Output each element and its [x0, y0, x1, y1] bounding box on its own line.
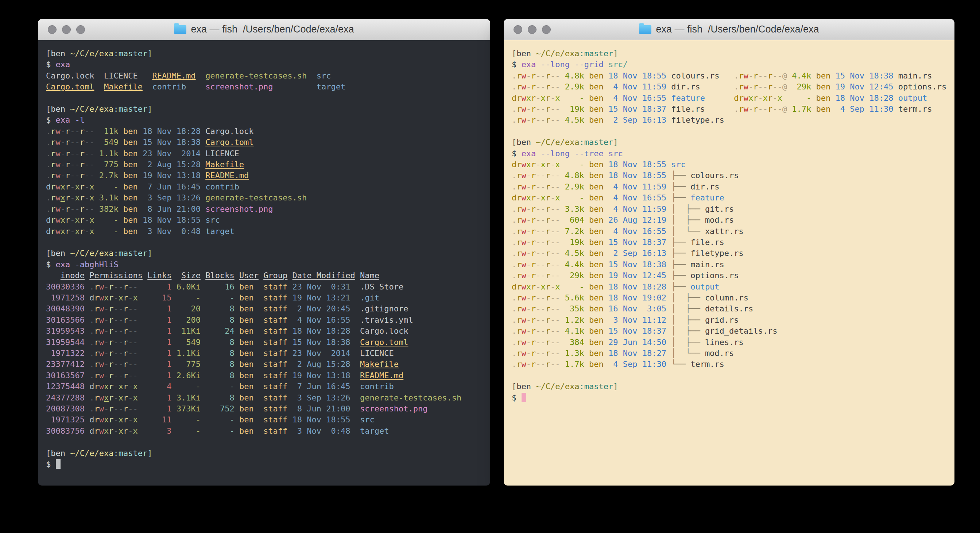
seg-sz: 4.5k: [560, 115, 584, 124]
seg-bld: Makefile: [104, 82, 143, 91]
seg-t: [84, 293, 89, 302]
perm-char: r: [123, 371, 128, 380]
perm-char: r: [517, 171, 521, 180]
seg-sz: 20: [172, 304, 200, 313]
perm-char: r: [739, 71, 744, 80]
seg-t: filetype.rs: [690, 249, 744, 258]
seg-pb: $: [512, 60, 522, 69]
seg-tree: │ ├──: [671, 304, 705, 313]
perm-char: w: [744, 104, 748, 113]
perm-char: r: [531, 326, 536, 335]
terminal-line: .rw-r--r-- 3.3k ben 4 Nov 11:59 │ ├── gi…: [512, 204, 955, 215]
seg-sz: 6.0Ki: [172, 282, 200, 291]
perm-char: w: [522, 349, 526, 358]
seg-usr: staff: [254, 304, 288, 313]
seg-pb: $: [46, 260, 56, 269]
seg-sz: 604: [560, 215, 584, 225]
seg-t: git.rs: [705, 204, 734, 214]
seg-usr: ben: [234, 371, 254, 380]
seg-usr: ben: [234, 404, 254, 413]
seg-usr: ben: [234, 293, 254, 302]
seg-img: screenshot.png: [205, 82, 273, 91]
terminal-line: [ben ~/C/e/exa:master]: [512, 48, 955, 59]
terminal-right[interactable]: [ben ~/C/e/exa:master]$ exa --long --gri…: [504, 40, 955, 485]
close-button[interactable]: [48, 25, 57, 34]
perm-char: -: [550, 227, 555, 236]
seg-ino: 12375448: [46, 382, 84, 391]
perm-char: x: [119, 415, 123, 424]
seg-usr: ben: [234, 326, 254, 335]
seg-sz: -: [560, 160, 584, 169]
perm-char: -: [778, 71, 782, 80]
close-button[interactable]: [514, 25, 522, 34]
perm-char: r: [546, 360, 550, 369]
minimize-button[interactable]: [62, 25, 71, 34]
seg-sz: 775: [172, 360, 200, 369]
perm-char: -: [550, 338, 555, 347]
zoom-button[interactable]: [76, 25, 85, 34]
seg-blk: 8: [200, 393, 234, 402]
seg-date: 19 Nov 13:18: [287, 371, 350, 380]
perm-char: -: [60, 160, 65, 169]
seg-ino: 20087308: [46, 404, 84, 413]
window-controls: [514, 25, 551, 34]
seg-img: screenshot.png: [205, 204, 273, 214]
perm-char: r: [65, 193, 70, 202]
perm-char: r: [531, 82, 536, 91]
perm-char: x: [75, 193, 80, 202]
perm-char: w: [56, 160, 60, 169]
seg-sz: -: [172, 293, 200, 302]
perm-char: .: [512, 115, 517, 124]
title-bar[interactable]: exa — fish /Users/ben/Code/exa/exa: [38, 19, 490, 40]
seg-sz: -: [782, 93, 811, 102]
seg-pc: :master]: [113, 49, 152, 58]
zoom-button[interactable]: [542, 25, 551, 34]
perm-char: r: [109, 293, 113, 302]
seg-date: 4 Sep 11:30: [830, 104, 893, 113]
perm-char: -: [550, 326, 555, 335]
seg-t: [667, 282, 671, 291]
seg-sz: 2.9k: [560, 82, 584, 91]
perm-char: w: [522, 193, 526, 202]
perm-char: r: [51, 138, 56, 147]
terminal-line: Cargo.lock LICENCE README.md generate-te…: [46, 70, 490, 81]
perm-char: -: [536, 104, 541, 113]
seg-ino: 31959544: [46, 338, 84, 347]
seg-pc: :master]: [579, 49, 618, 58]
perm-char: -: [128, 338, 133, 347]
seg-t: .gitignore: [350, 304, 409, 313]
terminal-line: .rw-r--r-- 11k ben 18 Nov 18:28 Cargo.lo…: [46, 126, 490, 137]
perm-char: -: [763, 82, 768, 91]
terminal-line: .rw-r--r-- 1.2k ben 3 Nov 11:12 │ ├── gr…: [512, 315, 955, 326]
perm-char: -: [758, 82, 763, 91]
minimize-button[interactable]: [528, 25, 536, 34]
perm-char: d: [734, 93, 738, 102]
perm-char: w: [56, 127, 60, 136]
perm-char: -: [541, 182, 546, 191]
seg-date: 18 Nov 18:55: [287, 415, 350, 424]
perm-char: -: [84, 227, 89, 236]
seg-usr: staff: [254, 349, 288, 358]
seg-hdr: Group: [263, 271, 287, 280]
terminal-line: .rw-r--r-- 29k ben 19 Nov 12:45 ├── opti…: [512, 270, 955, 281]
seg-sz: -: [172, 415, 200, 424]
terminal-left[interactable]: [ben ~/C/e/exa:master]$ exaCargo.lock LI…: [38, 40, 490, 485]
perm-char: r: [546, 204, 550, 214]
seg-sz: 382k: [94, 204, 119, 214]
seg-bld: Cargo.toml: [360, 338, 408, 347]
terminal-line: drwxr-xr-x - ben 7 Jun 16:45 contrib: [46, 182, 490, 192]
seg-hdr: Size: [181, 271, 200, 280]
terminal-line: .rw-r--r-- 775 ben 2 Aug 15:28 Makefile: [46, 159, 490, 170]
terminal-line: 20087308 .rw-r--r-- 1 373Ki 752 ben staf…: [46, 404, 490, 414]
perm-char: -: [555, 326, 560, 335]
perm-char: d: [46, 227, 51, 236]
terminal-line: 23377412 .rw-r--r-- 1 775 8 ben staff 2 …: [46, 359, 490, 370]
perm-char: .: [512, 204, 517, 214]
perm-char: -: [555, 227, 560, 236]
title-bar[interactable]: exa — fish /Users/ben/Code/exa/exa: [504, 19, 955, 40]
seg-arg: --long --tree: [541, 149, 604, 158]
seg-t: [667, 293, 671, 302]
seg-sz: 775: [94, 160, 119, 169]
perm-char: w: [522, 326, 526, 335]
perm-char: -: [550, 182, 555, 191]
